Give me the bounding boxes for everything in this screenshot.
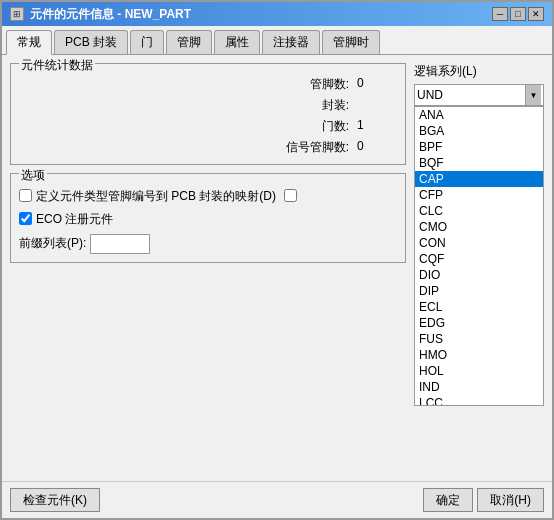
package-label: 封装: [19, 97, 349, 114]
check-component-button[interactable]: 检查元件(K) [10, 488, 100, 512]
dropdown-item[interactable]: DIO [415, 267, 543, 283]
main-window: ⊞ 元件的元件信息 - NEW_PART ─ □ ✕ 常规 PCB 封装 门 管… [0, 0, 554, 520]
close-button[interactable]: ✕ [528, 7, 544, 21]
ok-button[interactable]: 确定 [423, 488, 473, 512]
dropdown-item[interactable]: HOL [415, 363, 543, 379]
right-panel: 逻辑系列(L) UND ▼ ANABGABPFBQFCAPCFPCLCCMOCO… [414, 63, 544, 473]
dropdown-item[interactable]: ANA [415, 107, 543, 123]
checkbox1-right-input[interactable] [284, 189, 297, 202]
footer: 检查元件(K) 确定 取消(H) [2, 481, 552, 518]
tab-property[interactable]: 属性 [214, 30, 260, 54]
app-icon: ⊞ [10, 7, 24, 21]
dropdown-item[interactable]: CLC [415, 203, 543, 219]
checkbox1-label: 定义元件类型管脚编号到 PCB 封装的映射(D) [36, 188, 276, 205]
dropdown-selected-value: UND [417, 88, 443, 102]
options-group: 选项 定义元件类型管脚编号到 PCB 封装的映射(D) ECO 注册元件 前缀列… [10, 173, 406, 263]
dropdown-arrow-icon: ▼ [525, 85, 541, 105]
dropdown-item[interactable]: IND [415, 379, 543, 395]
tab-pcb[interactable]: PCB 封装 [54, 30, 128, 54]
signal-pin-value: 0 [357, 139, 397, 156]
dropdown-item[interactable]: CAP [415, 171, 543, 187]
prefix-input[interactable] [90, 234, 150, 254]
dropdown-item[interactable]: CQF [415, 251, 543, 267]
dropdown-item[interactable]: DIP [415, 283, 543, 299]
tab-pin[interactable]: 管脚 [166, 30, 212, 54]
checkbox1-row: 定义元件类型管脚编号到 PCB 封装的映射(D) [19, 188, 397, 205]
dropdown-item[interactable]: LCC [415, 395, 543, 406]
pin-count-label: 管脚数: [19, 76, 349, 93]
dropdown-item[interactable]: CON [415, 235, 543, 251]
dropdown-item[interactable]: CMO [415, 219, 543, 235]
tab-general[interactable]: 常规 [6, 30, 52, 55]
stats-group: 元件统计数据 管脚数: 0 封装: 门数: 1 信号管脚数: 0 [10, 63, 406, 165]
dropdown-item[interactable]: EDG [415, 315, 543, 331]
checkbox2-row: ECO 注册元件 [19, 211, 397, 228]
prefix-label: 前缀列表(P): [19, 235, 86, 252]
dropdown-item[interactable]: BPF [415, 139, 543, 155]
dropdown-item[interactable]: BGA [415, 123, 543, 139]
window-title: 元件的元件信息 - NEW_PART [30, 6, 191, 23]
title-bar: ⊞ 元件的元件信息 - NEW_PART ─ □ ✕ [2, 2, 552, 26]
title-bar-left: ⊞ 元件的元件信息 - NEW_PART [10, 6, 191, 23]
dropdown-item[interactable]: BQF [415, 155, 543, 171]
package-value [357, 97, 397, 114]
main-content: 元件统计数据 管脚数: 0 封装: 门数: 1 信号管脚数: 0 选项 定义元件… [2, 55, 552, 481]
pin-count-value: 0 [357, 76, 397, 93]
checkbox1-input[interactable] [19, 189, 32, 202]
minimize-button[interactable]: ─ [492, 7, 508, 21]
dropdown-item[interactable]: CFP [415, 187, 543, 203]
tab-connector[interactable]: 注接器 [262, 30, 320, 54]
stats-group-label: 元件统计数据 [19, 57, 95, 74]
checkbox2-input[interactable] [19, 212, 32, 225]
dropdown-item[interactable]: HMO [415, 347, 543, 363]
dropdown-item[interactable]: ECL [415, 299, 543, 315]
cancel-button[interactable]: 取消(H) [477, 488, 544, 512]
stats-grid: 管脚数: 0 封装: 门数: 1 信号管脚数: 0 [19, 76, 397, 156]
prefix-row: 前缀列表(P): [19, 234, 397, 254]
dropdown-item[interactable]: FUS [415, 331, 543, 347]
gate-count-label: 门数: [19, 118, 349, 135]
maximize-button[interactable]: □ [510, 7, 526, 21]
dropdown-list[interactable]: ANABGABPFBQFCAPCFPCLCCMOCONCQFDIODIPECLE… [414, 106, 544, 406]
title-buttons: ─ □ ✕ [492, 7, 544, 21]
tab-pintime[interactable]: 管脚时 [322, 30, 380, 54]
logic-series-dropdown[interactable]: UND ▼ [414, 84, 544, 106]
checkbox2-label: ECO 注册元件 [36, 211, 113, 228]
tab-bar: 常规 PCB 封装 门 管脚 属性 注接器 管脚时 [2, 26, 552, 55]
gate-count-value: 1 [357, 118, 397, 135]
logic-series-label: 逻辑系列(L) [414, 63, 544, 80]
left-panel: 元件统计数据 管脚数: 0 封装: 门数: 1 信号管脚数: 0 选项 定义元件… [10, 63, 406, 473]
signal-pin-label: 信号管脚数: [19, 139, 349, 156]
options-group-label: 选项 [19, 167, 47, 184]
tab-gate[interactable]: 门 [130, 30, 164, 54]
